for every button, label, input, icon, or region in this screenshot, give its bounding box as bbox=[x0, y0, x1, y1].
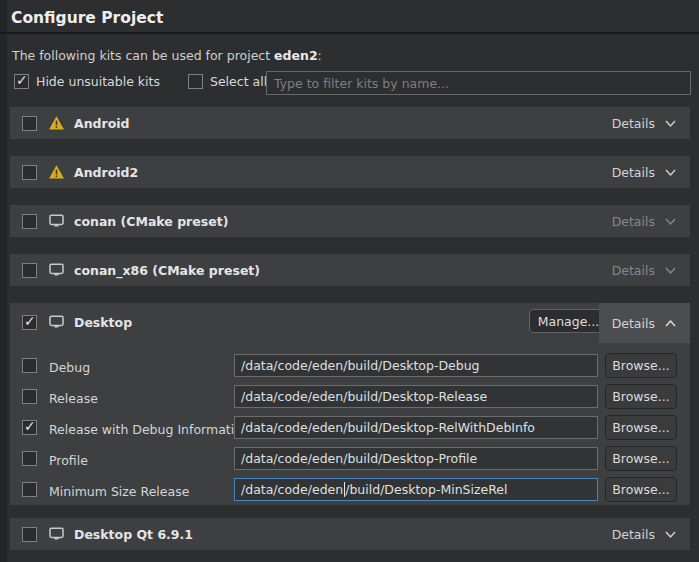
page-title: Configure Project bbox=[11, 9, 163, 27]
kit-checkbox-conan-x86[interactable] bbox=[22, 263, 37, 278]
build-config-checkbox-release[interactable] bbox=[22, 389, 37, 404]
desktop-icon bbox=[48, 526, 65, 542]
chevron-down-icon bbox=[664, 215, 677, 228]
kit-name: Desktop bbox=[74, 315, 132, 330]
browse-button-profile[interactable]: Browse... bbox=[605, 446, 677, 471]
browse-button-relwithdebinfo[interactable]: Browse... bbox=[605, 415, 677, 440]
left-edge-strip bbox=[0, 0, 7, 562]
kit-row-conan-x86: conan_x86 (CMake preset) Details bbox=[10, 254, 690, 286]
build-config-row-relwithdebinfo: Release with Debug Information Browse... bbox=[10, 412, 690, 443]
warning-icon bbox=[48, 164, 65, 180]
kit-checkbox-desktop[interactable] bbox=[22, 315, 37, 330]
hide-unsuitable-kits-checkbox[interactable] bbox=[14, 74, 29, 89]
build-config-label: Release bbox=[49, 391, 98, 406]
project-name: eden2 bbox=[274, 48, 318, 63]
kit-checkbox-desktop-qt[interactable] bbox=[22, 527, 37, 542]
details-toggle-desktop-qt[interactable]: Details bbox=[599, 518, 690, 550]
build-config-label: Debug bbox=[49, 360, 90, 375]
title-divider bbox=[0, 32, 699, 34]
kit-row-desktop-qt: Desktop Qt 6.9.1 Details bbox=[10, 518, 690, 550]
desktop-icon bbox=[48, 213, 65, 229]
warning-icon bbox=[48, 115, 65, 131]
kit-row-conan: conan (CMake preset) Details bbox=[10, 205, 690, 237]
kit-name: conan_x86 (CMake preset) bbox=[74, 263, 260, 278]
kit-panel-desktop: Desktop Manage... Details Debug Browse..… bbox=[10, 303, 690, 505]
kit-filter-row: Hide unsuitable kits Select all kits bbox=[14, 74, 293, 89]
details-toggle-conan-x86[interactable]: Details bbox=[599, 254, 690, 286]
intro-text: The following kits can be used for proje… bbox=[12, 48, 322, 63]
chevron-down-icon bbox=[664, 166, 677, 179]
build-config-row-debug: Debug Browse... bbox=[10, 350, 690, 381]
build-config-label: Release with Debug Information bbox=[49, 422, 250, 437]
chevron-up-icon bbox=[664, 317, 677, 330]
details-toggle-conan[interactable]: Details bbox=[599, 205, 690, 237]
kit-name: Android bbox=[74, 116, 130, 131]
browse-button-debug[interactable]: Browse... bbox=[605, 353, 677, 378]
build-dir-input-relwithdebinfo[interactable] bbox=[234, 416, 598, 439]
build-config-row-release: Release Browse... bbox=[10, 381, 690, 412]
select-all-kits-checkbox[interactable] bbox=[188, 74, 203, 89]
chevron-down-icon bbox=[664, 264, 677, 277]
browse-button-release[interactable]: Browse... bbox=[605, 384, 677, 409]
configure-project-page: Configure Project The following kits can… bbox=[0, 0, 699, 562]
build-config-label: Minimum Size Release bbox=[49, 484, 189, 499]
kit-row-desktop: Desktop Manage... Details bbox=[10, 303, 690, 341]
build-config-label: Profile bbox=[49, 453, 88, 468]
chevron-down-icon bbox=[664, 528, 677, 541]
kit-row-android: Android Details bbox=[10, 107, 690, 139]
build-config-checkbox-relwithdebinfo[interactable] bbox=[22, 420, 37, 435]
desktop-icon bbox=[48, 262, 65, 278]
kit-name: Desktop Qt 6.9.1 bbox=[74, 527, 193, 542]
kit-checkbox-conan[interactable] bbox=[22, 214, 37, 229]
browse-button-minsizerel[interactable]: Browse... bbox=[605, 477, 677, 502]
build-dir-input-minsizerel-focused[interactable]: /data/code/eden/build/Desktop-MinSizeRel bbox=[234, 478, 598, 501]
details-toggle-android[interactable]: Details bbox=[599, 107, 690, 139]
desktop-icon bbox=[48, 314, 65, 330]
hide-unsuitable-kits-checkbox-group[interactable]: Hide unsuitable kits bbox=[14, 74, 160, 89]
build-dir-input-debug[interactable] bbox=[234, 354, 598, 377]
build-config-row-profile: Profile Browse... bbox=[10, 443, 690, 474]
build-config-checkbox-minsizerel[interactable] bbox=[22, 482, 37, 497]
build-config-row-minsizerel: Minimum Size Release /data/code/eden/bui… bbox=[10, 474, 690, 505]
kit-checkbox-android2[interactable] bbox=[22, 165, 37, 180]
details-toggle-android2[interactable]: Details bbox=[599, 156, 690, 188]
build-dir-input-profile[interactable] bbox=[234, 447, 598, 470]
kit-row-android2: Android2 Details bbox=[10, 156, 690, 188]
kit-checkbox-android[interactable] bbox=[22, 116, 37, 131]
build-config-checkbox-profile[interactable] bbox=[22, 451, 37, 466]
details-toggle-desktop[interactable]: Details bbox=[599, 303, 690, 343]
hide-unsuitable-kits-label: Hide unsuitable kits bbox=[36, 74, 160, 89]
build-config-checkbox-debug[interactable] bbox=[22, 358, 37, 373]
kit-name: Android2 bbox=[74, 165, 138, 180]
kit-filter-input[interactable] bbox=[266, 71, 691, 95]
build-dir-input-release[interactable] bbox=[234, 385, 598, 408]
kit-name: conan (CMake preset) bbox=[74, 214, 228, 229]
manage-kits-button[interactable]: Manage... bbox=[529, 309, 608, 333]
chevron-down-icon bbox=[664, 117, 677, 130]
